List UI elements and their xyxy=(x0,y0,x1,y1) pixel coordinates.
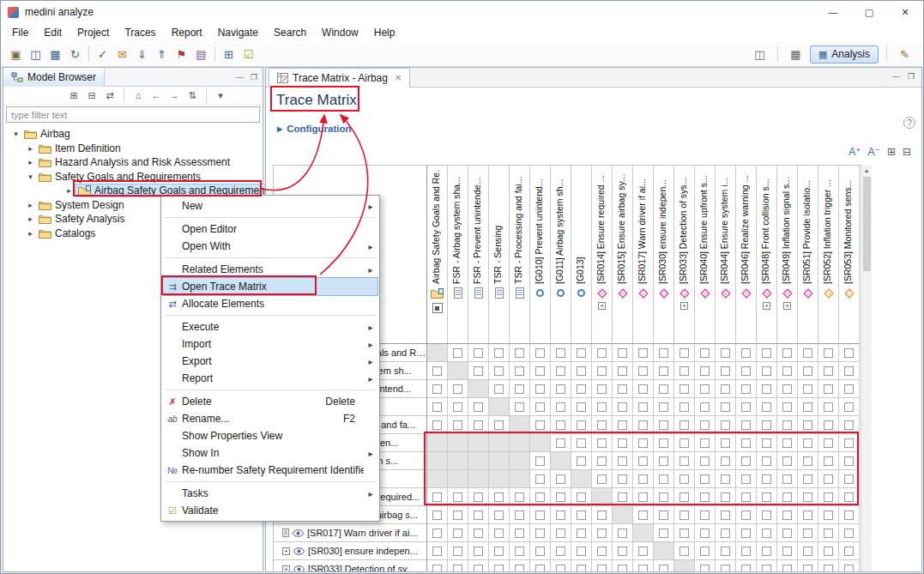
matrix-cell[interactable] xyxy=(468,524,489,542)
matrix-cell[interactable] xyxy=(633,506,654,524)
trace-checkbox[interactable] xyxy=(597,420,607,430)
matrix-cell[interactable] xyxy=(613,362,633,380)
trace-checkbox[interactable] xyxy=(803,492,812,502)
trace-checkbox[interactable] xyxy=(659,402,668,412)
trace-checkbox[interactable] xyxy=(700,348,710,358)
matrix-cell[interactable] xyxy=(716,560,736,571)
matrix-cell[interactable] xyxy=(633,362,654,380)
matrix-cell[interactable] xyxy=(757,452,777,470)
trace-checkbox[interactable] xyxy=(515,547,524,556)
matrix-column-header[interactable]: [SR044] Ensure system i... xyxy=(716,166,736,344)
trace-checkbox[interactable] xyxy=(844,474,854,484)
matrix-cell[interactable] xyxy=(777,470,798,488)
trace-checkbox[interactable] xyxy=(803,474,812,484)
tree-expander-icon[interactable]: ▸ xyxy=(63,186,75,195)
trace-checkbox[interactable] xyxy=(741,402,751,412)
trace-checkbox[interactable] xyxy=(679,420,689,430)
matrix-cell[interactable] xyxy=(736,524,757,542)
menu-project[interactable]: Project xyxy=(69,25,117,40)
trace-checkbox[interactable] xyxy=(638,511,648,520)
matrix-cell[interactable] xyxy=(510,488,530,506)
trace-checkbox[interactable] xyxy=(453,511,462,520)
matrix-cell[interactable] xyxy=(736,416,757,434)
matrix-column-header[interactable]: [SR014] Ensure required ...+ xyxy=(592,166,613,344)
matrix-cell[interactable] xyxy=(613,488,633,506)
matrix-cell[interactable] xyxy=(798,344,818,362)
trace-checkbox[interactable] xyxy=(741,492,751,502)
trace-checkbox[interactable] xyxy=(762,402,771,412)
tree-item-hazard-analysis-and-risk-assessment[interactable]: ▸Hazard Analysis and Risk Assessment xyxy=(3,155,263,170)
trace-checkbox[interactable] xyxy=(618,474,627,484)
matrix-cell[interactable] xyxy=(427,416,448,434)
matrix-cell[interactable] xyxy=(736,542,757,560)
trace-checkbox[interactable] xyxy=(721,438,730,448)
trace-checkbox[interactable] xyxy=(453,492,462,502)
matrix-cell[interactable] xyxy=(530,524,551,542)
expand-icon[interactable]: + xyxy=(763,302,770,310)
close-button[interactable]: ✕ xyxy=(887,1,923,23)
matrix-cell[interactable] xyxy=(736,398,757,416)
trace-checkbox[interactable] xyxy=(474,402,483,412)
matrix-column-header[interactable]: [G013] xyxy=(571,166,592,344)
matrix-column-header[interactable]: [SR040] Ensure upfront s... xyxy=(695,166,716,344)
matrix-cell[interactable] xyxy=(613,398,633,416)
trace-checkbox[interactable] xyxy=(700,420,710,430)
tab-trace-matrix-airbag[interactable]: Trace Matrix - Airbag ✕ xyxy=(269,68,410,88)
menu-item-re-number-safety-requirement-identifiers[interactable]: №Re-number Safety Requirement Identifier… xyxy=(163,462,377,479)
matrix-row-header[interactable]: +[SR030] ensure indepen... xyxy=(274,542,427,560)
matrix-cell[interactable] xyxy=(551,524,571,542)
trace-checkbox[interactable] xyxy=(432,402,442,412)
trace-checkbox[interactable] xyxy=(618,366,627,376)
matrix-cell[interactable] xyxy=(818,452,839,470)
trace-checkbox[interactable] xyxy=(597,529,607,538)
trace-checkbox[interactable] xyxy=(556,384,565,394)
matrix-cell[interactable] xyxy=(736,452,757,470)
trace-checkbox[interactable] xyxy=(515,492,524,502)
trace-checkbox[interactable] xyxy=(803,420,812,430)
matrix-cell[interactable] xyxy=(468,416,489,434)
trace-checkbox[interactable] xyxy=(556,492,565,502)
matrix-cell[interactable] xyxy=(736,488,757,506)
matrix-cell[interactable] xyxy=(839,452,860,470)
trace-checkbox[interactable] xyxy=(474,348,483,358)
matrix-cell[interactable] xyxy=(613,470,633,488)
matrix-cell[interactable] xyxy=(674,542,695,560)
trace-checkbox[interactable] xyxy=(556,402,565,412)
matrix-cell[interactable] xyxy=(427,380,448,398)
matrix-cell[interactable] xyxy=(777,362,798,380)
trace-checkbox[interactable] xyxy=(638,402,648,412)
matrix-cell[interactable] xyxy=(448,524,468,542)
trace-checkbox[interactable] xyxy=(659,529,668,538)
tree-expander-icon[interactable]: ▸ xyxy=(25,201,36,209)
trace-checkbox[interactable] xyxy=(782,348,792,358)
matrix-cell[interactable] xyxy=(551,416,571,434)
trace-checkbox[interactable] xyxy=(803,529,812,538)
matrix-cell[interactable] xyxy=(674,452,695,470)
matrix-cell[interactable] xyxy=(633,380,654,398)
matrix-cell[interactable] xyxy=(777,416,798,434)
expand-icon[interactable]: + xyxy=(680,302,688,310)
minimize-button[interactable]: — xyxy=(815,1,851,23)
trace-checkbox[interactable] xyxy=(474,547,483,556)
trace-checkbox[interactable] xyxy=(597,547,607,556)
matrix-cell[interactable] xyxy=(674,470,695,488)
minimize-editor-icon[interactable]: — xyxy=(892,72,900,81)
matrix-cell[interactable] xyxy=(613,344,633,362)
trace-checkbox[interactable] xyxy=(556,547,565,556)
trace-checkbox[interactable] xyxy=(782,529,792,538)
trace-checkbox[interactable] xyxy=(597,511,607,520)
trace-checkbox[interactable] xyxy=(432,420,442,430)
matrix-cell[interactable] xyxy=(716,398,736,416)
trace-checkbox[interactable] xyxy=(597,348,607,358)
trace-checkbox[interactable] xyxy=(515,402,524,412)
maximize-button[interactable]: ▢ xyxy=(851,1,887,23)
trace-checkbox[interactable] xyxy=(721,474,730,484)
matrix-cell[interactable] xyxy=(592,560,613,571)
matrix-cell[interactable] xyxy=(654,524,674,542)
matrix-cell[interactable] xyxy=(468,362,489,380)
matrix-cell[interactable] xyxy=(777,434,798,452)
trace-checkbox[interactable] xyxy=(741,456,751,466)
matrix-cell[interactable] xyxy=(839,344,860,362)
trace-checkbox[interactable] xyxy=(577,384,586,394)
matrix-column-header[interactable]: [SR049] Inflation signal s...+ xyxy=(777,166,798,344)
